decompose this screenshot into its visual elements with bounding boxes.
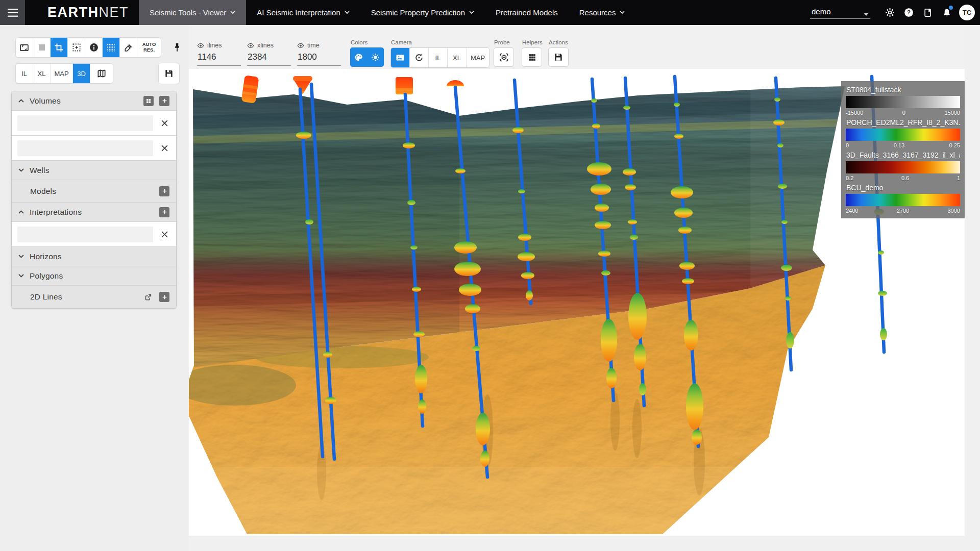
- journal-icon: [923, 8, 933, 18]
- plus-icon: [161, 209, 168, 215]
- workspace-select-value: demo: [812, 7, 831, 16]
- helpers-button[interactable]: [522, 47, 542, 67]
- xlines-value[interactable]: 2384: [247, 52, 291, 66]
- select-caret-icon: [864, 13, 869, 16]
- palette-button[interactable]: [350, 47, 367, 67]
- menu-item-seismic-tools-viewer[interactable]: Seismic Tools - Viewer: [139, 0, 246, 25]
- panorama-icon: [395, 53, 405, 63]
- add-model-button[interactable]: [159, 186, 169, 196]
- fit-view-button[interactable]: [16, 38, 33, 57]
- top-navbar: EARTHNET Seismic Tools - Viewer AI Seism…: [0, 0, 980, 25]
- auto-res-button[interactable]: AUTO RES.: [137, 38, 161, 57]
- menu-item-pretrained-models[interactable]: Pretrained Models: [485, 0, 569, 25]
- help-button[interactable]: ?: [899, 3, 918, 22]
- chevron-down-icon: [620, 11, 625, 14]
- pin-icon: [173, 42, 182, 53]
- ilines-value[interactable]: 1146: [197, 52, 241, 66]
- save-scene-button[interactable]: [548, 47, 569, 67]
- chevron-down-icon: [469, 11, 474, 14]
- legend-volume-name: PORCH_ED2ML2_RFR_I8_2_K3N...: [846, 118, 960, 127]
- workspace-select[interactable]: demo: [810, 6, 870, 19]
- menu-item-ai-seismic-interpretation[interactable]: AI Seismic Interpretation: [246, 0, 360, 25]
- background-color-button[interactable]: [33, 38, 51, 57]
- legend-item: BCU_demo 2400 2700 3000: [846, 184, 960, 214]
- settings-button[interactable]: [880, 3, 899, 22]
- helpers-group: Helpers: [522, 39, 543, 67]
- open-2d-lines-button[interactable]: [142, 291, 154, 303]
- eye-icon: [297, 43, 304, 48]
- volume-row: [12, 136, 176, 161]
- time-value[interactable]: 1800: [297, 52, 341, 66]
- save-view-button[interactable]: [158, 63, 180, 84]
- section-header-volumes[interactable]: Volumes: [12, 91, 176, 111]
- basemap-button[interactable]: [90, 64, 113, 83]
- section-header-wells[interactable]: Wells: [12, 161, 176, 180]
- ilines-field[interactable]: ilines 1146: [197, 42, 241, 66]
- logo-earth: EARTH: [47, 5, 99, 20]
- section-header-horizons[interactable]: Horizons: [12, 247, 176, 266]
- view-tab-map[interactable]: MAP: [51, 64, 73, 83]
- legend-item: PORCH_ED2ML2_RFR_I8_2_K3N... 0 0.13 0.25: [846, 118, 960, 148]
- menu-item-resources[interactable]: Resources: [569, 0, 636, 25]
- time-field[interactable]: time 1800: [297, 42, 341, 66]
- section-row-2d-lines[interactable]: 2D Lines: [12, 286, 176, 308]
- plus-icon: [161, 188, 168, 194]
- probe-button[interactable]: [494, 47, 514, 67]
- volume-row: [12, 111, 176, 136]
- section-row-models[interactable]: Models: [12, 180, 176, 203]
- camera-perspective-button[interactable]: [391, 48, 410, 67]
- add-2d-line-button[interactable]: [159, 292, 169, 302]
- helper-grid-icon: [527, 53, 537, 62]
- notification-dot: [949, 6, 953, 10]
- crop-button[interactable]: [51, 38, 68, 57]
- info-button[interactable]: [85, 38, 103, 57]
- left-sidebar: AUTO RES. IL XL MAP 3D Volumes: [0, 25, 189, 551]
- camera-view-xl[interactable]: XL: [448, 48, 467, 67]
- remove-volume-button[interactable]: [158, 142, 170, 154]
- map-icon: [96, 68, 107, 79]
- volume-select-input[interactable]: [17, 140, 153, 156]
- view-tab-il[interactable]: IL: [16, 64, 33, 83]
- plus-icon: [161, 97, 168, 104]
- brightness-button[interactable]: [367, 47, 384, 67]
- view-tab-3d[interactable]: 3D: [73, 64, 90, 83]
- seismic-3d-viewport[interactable]: ST0804_fullstack -15000 0 15000 PORCH_ED…: [189, 69, 965, 536]
- grid-small-icon: [145, 98, 152, 104]
- svg-text:?: ?: [907, 9, 911, 15]
- chevron-down-icon: [18, 168, 24, 172]
- avatar[interactable]: TC: [959, 5, 975, 20]
- hamburger-menu-button[interactable]: [0, 0, 25, 25]
- notifications-button[interactable]: [937, 3, 956, 22]
- picker-button[interactable]: [120, 38, 137, 57]
- remove-interpretation-button[interactable]: [158, 228, 170, 240]
- pin-toolbar-button[interactable]: [168, 38, 186, 57]
- section-header-interpretations[interactable]: Interpretations: [12, 203, 176, 222]
- close-icon: [161, 120, 168, 127]
- palette-icon: [354, 53, 363, 62]
- probe-cube-icon: [499, 52, 509, 63]
- resolution-dots-button[interactable]: [103, 38, 120, 57]
- frame-icon: [19, 42, 30, 53]
- grid-extent-button[interactable]: [68, 38, 85, 57]
- xlines-field[interactable]: xlines 2384: [247, 42, 291, 66]
- documentation-button[interactable]: [918, 3, 937, 22]
- camera-reset-rotate-button[interactable]: [410, 48, 429, 67]
- camera-group: Camera IL XL MAP: [390, 39, 489, 68]
- add-interpretation-button[interactable]: [159, 207, 169, 217]
- volume-select-input[interactable]: [17, 115, 153, 131]
- remove-volume-button[interactable]: [158, 117, 170, 129]
- menu-item-seismic-property-prediction[interactable]: Seismic Property Prediction: [360, 0, 485, 25]
- section-header-polygons[interactable]: Polygons: [12, 266, 176, 286]
- volumes-grid-button[interactable]: [143, 96, 154, 106]
- plus-icon: [161, 294, 168, 300]
- close-icon: [161, 145, 168, 152]
- view-tab-xl[interactable]: XL: [33, 64, 51, 83]
- add-volume-button[interactable]: [159, 96, 169, 106]
- camera-view-il[interactable]: IL: [429, 48, 448, 67]
- interpretation-row: [12, 222, 176, 247]
- camera-view-map[interactable]: MAP: [467, 48, 489, 67]
- chevron-down-icon: [18, 255, 24, 258]
- chevron-down-icon: [345, 11, 350, 14]
- legend-volume-name: 3D_Faults_3166_3167_3192_il_xl_a...: [846, 151, 960, 159]
- interpretation-select-input[interactable]: [17, 227, 153, 242]
